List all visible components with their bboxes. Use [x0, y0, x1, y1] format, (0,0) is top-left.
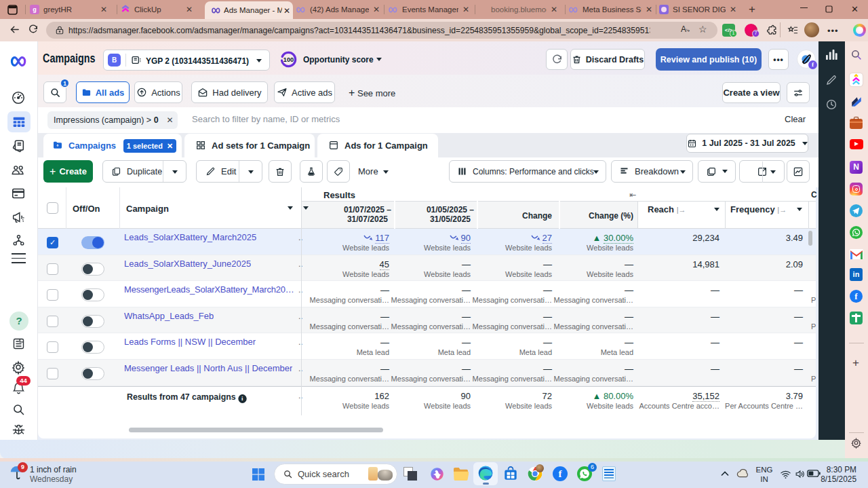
svg-text:100: 100 — [283, 56, 294, 63]
